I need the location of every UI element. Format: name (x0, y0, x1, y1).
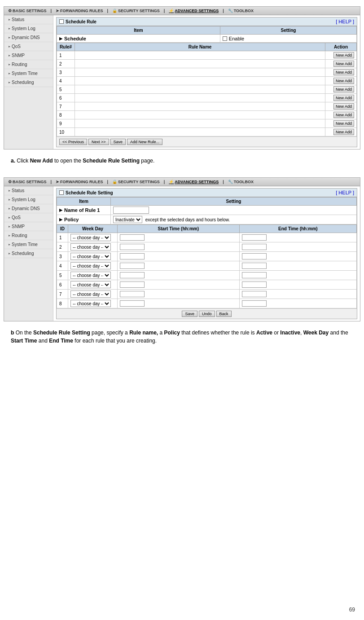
sidebar-item-system-time[interactable]: ▸ System Time (4, 69, 53, 78)
end-time-5[interactable] (242, 272, 267, 278)
start-time-6[interactable] (120, 281, 145, 288)
end-time-4[interactable] (242, 263, 267, 269)
day-select-5[interactable]: -- choose day -- (70, 272, 111, 279)
nav-sep-2: | (51, 180, 52, 184)
tab-basic-settings-2[interactable]: ⚙ BASIC SETTINGS (6, 179, 49, 185)
end-time-1[interactable] (242, 234, 267, 241)
new-add-button-9[interactable]: New Add (333, 120, 354, 127)
sidebar-item-dynamic-dns[interactable]: ▸ Dynamic DNS (4, 33, 53, 42)
bottom-bar-1: << Previous Next >> Save Add New Rule... (57, 136, 357, 147)
start-time-5[interactable] (120, 272, 145, 278)
new-add-button-7[interactable]: New Add (333, 103, 354, 110)
active-ref: Active (256, 330, 272, 336)
new-add-button-10[interactable]: New Add (333, 129, 354, 135)
save-button[interactable]: Save (110, 139, 126, 145)
end-time-3[interactable] (242, 253, 267, 259)
arrow-icon-name: ▶ (59, 208, 62, 212)
week-day-ref: Week Day (303, 330, 329, 336)
sidebar-item-routing[interactable]: ▸ Routing (4, 60, 53, 69)
start-time-3[interactable] (120, 253, 145, 259)
table-row: 6 New Add (57, 94, 357, 102)
sidebar2-item-routing[interactable]: ▸ Routing (4, 231, 53, 240)
sidebar2-item-system-time[interactable]: ▸ System Time (4, 240, 53, 249)
start-time-1[interactable] (120, 234, 145, 241)
day-select-3[interactable]: -- choose day -- (70, 253, 111, 260)
day-select-8[interactable]: -- choose day -- (70, 300, 111, 307)
tab-advanced-settings[interactable]: ⚡ ADVANCED SETTINGS (167, 8, 221, 14)
sidebar2-item-system-log[interactable]: ▸ System Log (4, 195, 53, 204)
tab-toolbox-2[interactable]: 🔧 TOOLBOX (226, 179, 256, 185)
save-button-2[interactable]: Save (182, 311, 197, 317)
advanced-icon: ⚡ (169, 9, 174, 13)
tab-security-settings[interactable]: 🔒 SECURITY SETTINGS (110, 8, 162, 14)
toolbox-icon-2: 🔧 (228, 180, 233, 184)
sidebar-item-system-log[interactable]: ▸ System Log (4, 24, 53, 33)
sidebar: ▸ Status ▸ System Log ▸ Dynamic DNS ▸ Qo… (4, 15, 53, 149)
start-time-8[interactable] (120, 300, 145, 307)
new-add-button-6[interactable]: New Add (333, 95, 354, 101)
col-item-2: Item (57, 198, 111, 206)
new-add-button-4[interactable]: New Add (333, 78, 354, 84)
help-link-2[interactable]: [ HELP ] (336, 190, 354, 195)
end-time-cell (239, 242, 356, 252)
title-checkbox-2[interactable] (59, 190, 64, 195)
tab-security-settings-2[interactable]: 🔒 SECURITY SETTINGS (110, 179, 162, 185)
content-panel-1: Schedule Rule [ HELP ] Item Setting (53, 15, 360, 149)
sidebar-item-snmp[interactable]: ▸ SNMP (4, 51, 53, 60)
day-select-4[interactable]: -- choose day -- (70, 262, 111, 269)
rule-name-ref: Rule name, (129, 330, 158, 336)
day-select-7[interactable]: -- choose day -- (70, 290, 111, 298)
end-time-2[interactable] (242, 244, 267, 250)
sidebar-item-qos[interactable]: ▸ QoS (4, 42, 53, 51)
sidebar2-item-status[interactable]: ▸ Status (4, 186, 53, 195)
back-button[interactable]: Back (216, 311, 232, 317)
day-select-2[interactable]: -- choose day -- (70, 243, 111, 251)
new-add-button-5[interactable]: New Add (333, 86, 354, 92)
rule-num: 8 (57, 111, 75, 119)
new-add-button-3[interactable]: New Add (333, 69, 354, 75)
start-time-4[interactable] (120, 263, 145, 269)
nav-sep-2d: | (223, 180, 224, 184)
new-add-button-2[interactable]: New Add (333, 61, 354, 67)
schedule-rule-setting-ref-2: Schedule Rule Setting (33, 330, 90, 336)
policy-select[interactable]: InactivateActivate (113, 216, 142, 223)
previous-button[interactable]: << Previous (59, 139, 87, 145)
sidebar-item-scheduling[interactable]: ▸ Scheduling (4, 78, 53, 87)
id-cell: 2 (57, 242, 68, 252)
schedule-settings-table: ID Week Day Start Time (hh:mm) End Time … (57, 224, 357, 308)
name-of-rule-input[interactable] (113, 207, 149, 214)
new-add-button-1[interactable]: New Add (333, 52, 354, 58)
start-time-2[interactable] (120, 244, 145, 250)
sidebar-item-status[interactable]: ▸ Status (4, 15, 53, 24)
sidebar2-item-qos[interactable]: ▸ QoS (4, 213, 53, 222)
new-add-button-8[interactable]: New Add (333, 112, 354, 118)
gear-icon-2: ⚙ (8, 180, 12, 184)
end-time-6[interactable] (242, 281, 267, 288)
enable-checkbox[interactable] (223, 36, 227, 41)
end-time-8[interactable] (242, 300, 267, 307)
next-button[interactable]: Next >> (88, 139, 109, 145)
tab-forwarding-rules-2[interactable]: ➤ FORWARDING RULES (53, 179, 105, 185)
add-new-rule-button[interactable]: Add New Rule... (127, 139, 162, 145)
tab-toolbox[interactable]: 🔧 TOOLBOX (226, 8, 256, 14)
undo-button[interactable]: Undo (199, 311, 215, 317)
day-select-1[interactable]: -- choose day -- (70, 234, 111, 241)
id-cell: 1 (57, 233, 68, 242)
sidebar2-item-dynamic-dns[interactable]: ▸ Dynamic DNS (4, 204, 53, 213)
rule-name (75, 77, 325, 85)
start-time-7[interactable] (120, 291, 145, 297)
name-label-cell: ▶ Name of Rule 1 (57, 206, 111, 215)
title-checkbox[interactable] (59, 19, 64, 24)
doc-text-a: Click New Add to open the Schedule Rule … (17, 158, 154, 164)
day-select-6[interactable]: -- choose day -- (70, 281, 111, 288)
tab-basic-settings[interactable]: ⚙ BASIC SETTINGS (6, 8, 49, 14)
help-link[interactable]: [ HELP ] (336, 19, 354, 24)
start-time-cell (118, 280, 240, 290)
end-time-7[interactable] (242, 291, 267, 297)
tab-forwarding-rules[interactable]: ➤ FORWARDING RULES (53, 8, 105, 14)
sidebar2-item-scheduling[interactable]: ▸ Scheduling (4, 249, 53, 258)
tab-advanced-settings-2[interactable]: ⚡ ADVANCED SETTINGS (167, 179, 221, 185)
sidebar2-item-snmp[interactable]: ▸ SNMP (4, 222, 53, 231)
action-cell: New Add (325, 111, 357, 119)
col-rule-num: Rule# (57, 43, 75, 51)
